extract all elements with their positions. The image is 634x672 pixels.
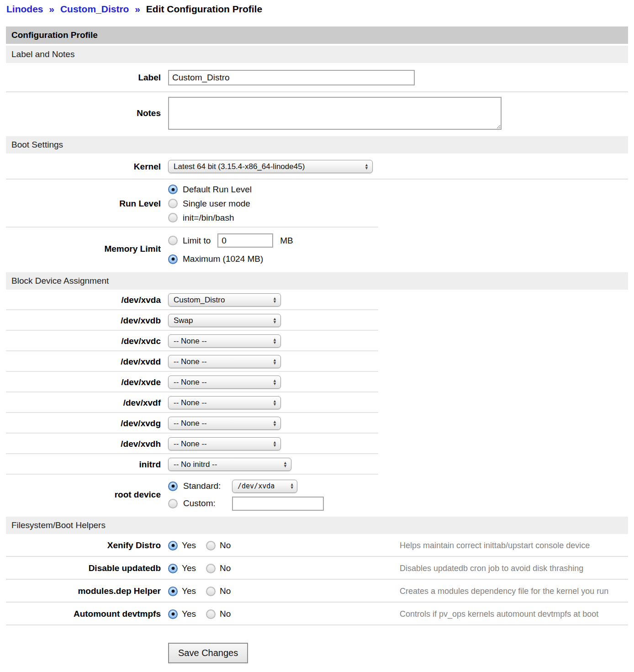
memory-limit-option: Limit to MB [168,231,628,251]
device-xvdb-label: /dev/xvdb [6,316,168,326]
run-level-option-init: init=/bin/bash [168,211,628,225]
xenify-yes-label: Yes [182,540,196,550]
device-row-xvdf: /dev/xvdf -- None -- ▲ ▼ [6,392,628,413]
device-xvdh-select[interactable]: -- None -- ▲ ▼ [168,437,281,450]
helper-row-modules-dep: modules.dep Helper Yes No Creates a modu… [6,580,628,603]
initrd-select[interactable]: -- No initrd -- ▲ ▼ [168,458,291,471]
initrd-select-value: -- No initrd -- [174,460,217,469]
updatedb-yes-label: Yes [182,563,196,573]
device-xvda-select[interactable]: Custom_Distro ▲ ▼ [168,293,281,307]
breadcrumb: Linodes » Custom_Distro » Edit Configura… [6,3,628,15]
breadcrumb-separator: » [49,4,54,14]
xenify-yes-radio[interactable] [168,541,178,550]
stepper-down-icon: ▼ [273,444,277,447]
xenify-no-radio[interactable] [206,541,216,550]
device-xvdg-select[interactable]: -- None -- ▲ ▼ [168,417,281,430]
helper-row-updatedb: Disable updatedb Yes No Disables updated… [6,557,628,580]
stepper-down-icon: ▼ [273,382,277,386]
device-row-xvdb: /dev/xvdb Swap ▲ ▼ [6,310,628,331]
stepper-down-icon: ▼ [273,403,277,406]
device-xvdf-select[interactable]: -- None -- ▲ ▼ [168,396,281,409]
devtmpfs-no-radio[interactable] [206,609,216,619]
device-xvdg-label: /dev/xvdg [6,418,168,429]
select-stepper-icon: ▲ ▼ [269,338,277,344]
save-row: Save Changes [6,625,628,672]
label-row: Label [6,63,628,92]
devtmpfs-yes-radio[interactable] [168,609,178,619]
modules-dep-label: modules.dep Helper [6,586,168,596]
device-xvdd-select[interactable]: -- None -- ▲ ▼ [168,355,281,368]
edit-configuration-profile-page: Linodes » Custom_Distro » Edit Configura… [0,0,634,672]
device-xvde-select-value: -- None -- [174,378,207,387]
config-profile-panel: Configuration Profile Label and Notes La… [6,26,628,672]
root-device-custom-label: Custom: [183,498,227,508]
notes-field-label: Notes [6,108,168,118]
notes-textarea[interactable] [168,97,502,130]
device-xvda-select-value: Custom_Distro [174,296,225,305]
root-device-standard-radio[interactable] [168,482,178,491]
root-device-standard-select-value: /dev/xvda [238,482,275,490]
breadcrumb-link-custom-distro[interactable]: Custom_Distro [60,4,129,14]
kernel-row: Kernel Latest 64 bit (3.15.4-x86_64-lino… [6,153,628,180]
memory-maximum-option: Maximum (1024 MB) [168,251,628,268]
initrd-row: initrd -- No initrd -- ▲ ▼ [6,454,628,475]
memory-limit-input[interactable] [217,233,273,248]
device-xvde-label: /dev/xvde [6,377,168,387]
run-level-option-single: Single user mode [168,196,628,211]
modules-dep-no-label: No [220,586,231,596]
select-stepper-icon: ▲ ▼ [269,359,277,365]
device-xvdb-select[interactable]: Swap ▲ ▼ [168,314,281,327]
kernel-select-value: Latest 64 bit (3.15.4-x86_64-linode45) [174,162,305,171]
device-xvde-select[interactable]: -- None -- ▲ ▼ [168,376,281,389]
breadcrumb-current-page: Edit Configuration Profile [146,4,262,14]
stepper-down-icon: ▼ [273,423,277,427]
run-level-single-radio[interactable] [168,199,178,208]
device-row-xvdh: /dev/xvdh -- None -- ▲ ▼ [6,434,628,454]
breadcrumb-separator: » [135,4,140,14]
memory-limit-to-label: Limit to [183,236,211,246]
updatedb-description: Disables updatedb cron job to avoid disk… [400,564,583,573]
memory-maximum-radio[interactable] [168,254,178,264]
device-xvdd-label: /dev/xvdd [6,357,168,367]
run-level-init-radio[interactable] [168,213,178,222]
label-input[interactable] [168,70,415,85]
root-device-custom-input[interactable] [232,497,324,511]
memory-limit-row: Memory Limit Limit to MB Maximum (1024 M… [6,228,628,270]
automount-devtmpfs-label: Automount devtmpfs [6,609,168,619]
root-device-standard-select[interactable]: /dev/xvda ▲ ▼ [232,480,297,493]
kernel-select[interactable]: Latest 64 bit (3.15.4-x86_64-linode45) ▲… [168,160,373,173]
select-stepper-icon: ▲ ▼ [269,317,277,324]
select-stepper-icon: ▲ ▼ [361,164,369,170]
run-level-default-radio[interactable] [168,185,178,194]
modules-dep-no-radio[interactable] [206,587,216,596]
memory-limit-label: Memory Limit [6,244,168,254]
device-xvdc-label: /dev/xvdc [6,336,168,346]
stepper-down-icon: ▼ [273,300,277,303]
root-device-custom-radio[interactable] [168,499,178,508]
memory-limit-radio[interactable] [168,236,178,245]
device-xvdf-select-value: -- None -- [174,398,207,407]
root-device-custom-option: Custom: [168,495,628,512]
select-stepper-icon: ▲ ▼ [269,420,277,427]
save-changes-button[interactable]: Save Changes [168,643,248,663]
device-xvda-label: /dev/xvda [6,295,168,305]
updatedb-no-radio[interactable] [206,564,216,573]
section-heading-boot-settings: Boot Settings [6,136,628,153]
breadcrumb-link-linodes[interactable]: Linodes [6,4,43,14]
stepper-down-icon: ▼ [283,465,287,468]
run-level-label: Run Level [6,199,168,209]
helper-row-xenify: Xenify Distro Yes No Helps maintain corr… [6,534,628,557]
device-xvdc-select[interactable]: -- None -- ▲ ▼ [168,334,281,348]
run-level-default-label: Default Run Level [183,185,252,195]
xenify-no-label: No [220,540,231,550]
notes-row: Notes [6,92,628,134]
run-level-option-default: Default Run Level [168,182,628,196]
device-xvdf-label: /dev/xvdf [6,398,168,408]
device-xvdb-select-value: Swap [174,316,193,325]
updatedb-yes-radio[interactable] [168,564,178,573]
device-row-xvda: /dev/xvda Custom_Distro ▲ ▼ [6,290,628,310]
updatedb-no-label: No [220,563,231,573]
device-xvdh-select-value: -- None -- [174,439,207,449]
modules-dep-yes-radio[interactable] [168,587,178,596]
select-stepper-icon: ▲ ▼ [287,483,293,489]
